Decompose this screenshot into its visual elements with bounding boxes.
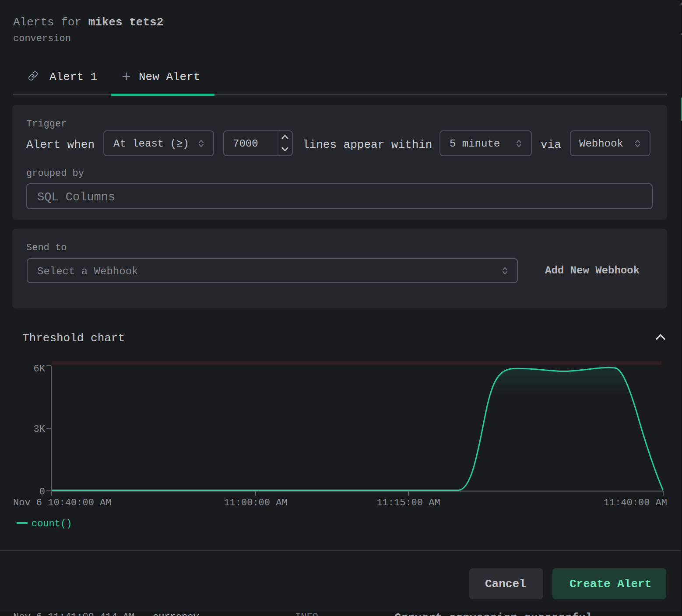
svg-text:6K: 6K xyxy=(34,364,46,374)
svg-text:11:40:00 AM: 11:40:00 AM xyxy=(604,497,667,508)
svg-text:11:15:00 AM: 11:15:00 AM xyxy=(376,497,440,508)
svg-text:count(): count() xyxy=(32,518,72,529)
svg-text:3K: 3K xyxy=(34,424,46,435)
svg-text:Nov 6 10:40:00 AM: Nov 6 10:40:00 AM xyxy=(13,497,111,508)
svg-text:11:00:00 AM: 11:00:00 AM xyxy=(224,497,287,508)
svg-text:0: 0 xyxy=(39,486,45,497)
